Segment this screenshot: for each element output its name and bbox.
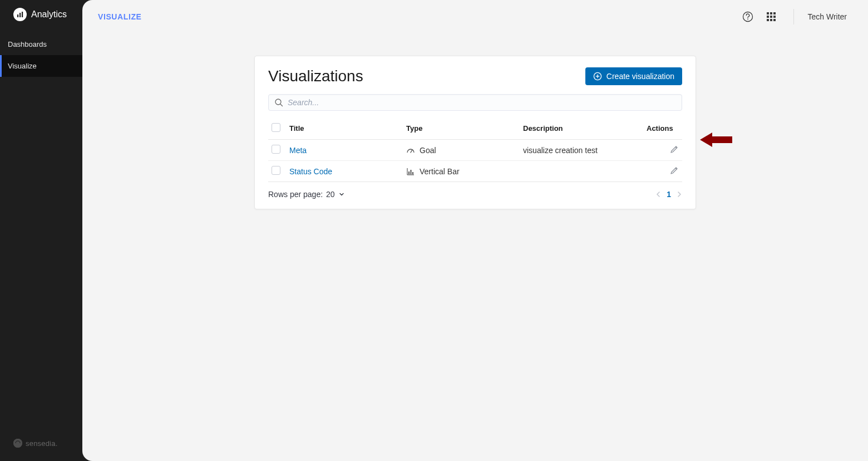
svg-rect-14 (773, 19, 776, 21)
svg-rect-0 (17, 14, 18, 17)
svg-rect-12 (767, 19, 769, 21)
sensedia-icon (13, 439, 22, 448)
sidebar: Analytics Dashboards Visualize sensedia. (0, 0, 82, 461)
help-button[interactable] (739, 8, 757, 26)
visualizations-table: Title Type Description Actions Meta (268, 117, 682, 182)
table-row: Meta Goal visualize creation test (268, 140, 682, 161)
svg-rect-11 (773, 16, 776, 18)
svg-rect-10 (770, 16, 772, 18)
svg-line-19 (280, 104, 283, 106)
svg-rect-9 (767, 16, 769, 18)
edit-button[interactable] (670, 166, 679, 175)
svg-rect-1 (19, 13, 21, 17)
goal-icon (406, 146, 415, 155)
sidebar-nav: Dashboards Visualize (0, 29, 82, 77)
svg-rect-25 (411, 170, 412, 174)
description-cell: visualize creation test (520, 140, 643, 161)
description-cell (520, 161, 643, 182)
svg-rect-7 (770, 12, 772, 14)
sidebar-footer-logo[interactable]: sensedia. (0, 430, 82, 461)
user-menu[interactable]: Tech Writer (807, 12, 847, 21)
pager-prev (655, 191, 661, 198)
chevron-left-icon (655, 191, 661, 198)
column-title[interactable]: Title (286, 117, 403, 140)
apps-grid-icon (766, 12, 776, 22)
search-input[interactable] (288, 98, 676, 107)
svg-rect-13 (770, 19, 772, 21)
brand-name: Analytics (31, 9, 67, 19)
svg-point-5 (748, 18, 749, 19)
svg-rect-8 (773, 12, 776, 14)
rows-per-page-label: Rows per page: (268, 190, 323, 199)
vertical-bar-icon (406, 167, 415, 176)
sidebar-item-dashboards[interactable]: Dashboards (0, 33, 82, 55)
plus-circle-icon (593, 72, 602, 81)
chevron-right-icon (677, 191, 682, 198)
rows-per-page-selector[interactable]: Rows per page: 20 (268, 190, 345, 199)
row-checkbox[interactable] (272, 145, 280, 154)
row-checkbox[interactable] (272, 166, 280, 175)
pencil-icon (670, 145, 679, 154)
edit-button[interactable] (670, 145, 679, 154)
card-heading: Visualizations (268, 67, 363, 85)
sidebar-footer-text: sensedia. (26, 439, 57, 448)
svg-point-18 (275, 99, 281, 105)
chevron-down-icon (338, 191, 345, 198)
column-actions: Actions (643, 117, 682, 140)
breadcrumb-title: VISUALIZE (98, 12, 142, 21)
sidebar-item-visualize[interactable]: Visualize (0, 55, 82, 77)
help-icon (742, 11, 753, 22)
bar-chart-icon (13, 8, 27, 21)
visualization-title-link[interactable]: Status Code (289, 167, 332, 176)
svg-marker-28 (700, 133, 732, 147)
select-all-checkbox[interactable] (272, 123, 280, 132)
search-field[interactable] (268, 94, 682, 111)
visualization-title-link[interactable]: Meta (289, 146, 307, 155)
svg-rect-24 (408, 171, 410, 174)
rows-per-page-value: 20 (326, 190, 335, 199)
pencil-icon (670, 166, 679, 175)
column-description[interactable]: Description (520, 117, 643, 140)
svg-rect-2 (22, 12, 23, 17)
apps-button[interactable] (762, 8, 780, 26)
svg-point-3 (13, 439, 22, 448)
column-type[interactable]: Type (403, 117, 520, 140)
topbar-separator (793, 9, 794, 24)
pager-current[interactable]: 1 (667, 190, 671, 199)
visualizations-card: Visualizations Create visualization Titl (254, 56, 696, 209)
svg-rect-6 (767, 12, 769, 14)
create-visualization-button[interactable]: Create visualization (585, 67, 682, 85)
main-frame: VISUALIZE Tech Writer Visualizations (82, 0, 868, 461)
annotation-arrow (700, 131, 732, 148)
brand-logo[interactable]: Analytics (0, 0, 82, 29)
type-label: Vertical Bar (420, 167, 460, 176)
pager-next (677, 191, 682, 198)
svg-line-20 (411, 150, 412, 153)
topbar: VISUALIZE Tech Writer (82, 0, 868, 33)
svg-rect-26 (412, 172, 413, 174)
type-label: Goal (420, 146, 436, 155)
create-visualization-label: Create visualization (606, 72, 674, 81)
search-icon (274, 98, 283, 107)
table-row: Status Code Vertical Bar (268, 161, 682, 182)
